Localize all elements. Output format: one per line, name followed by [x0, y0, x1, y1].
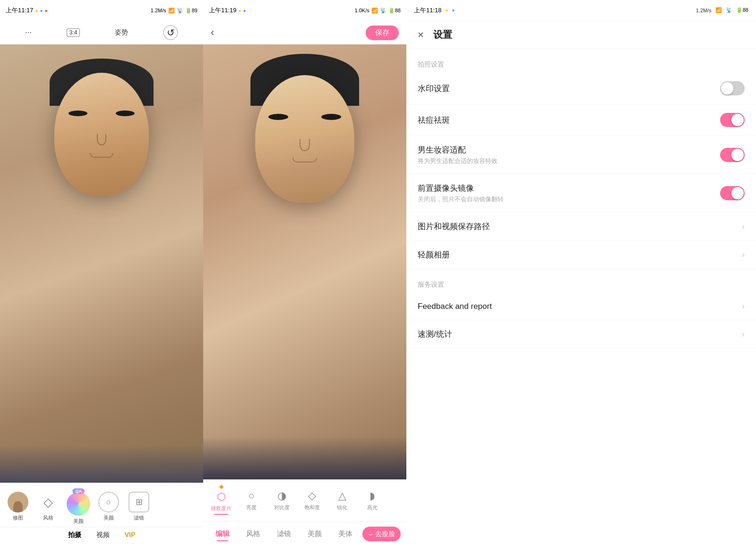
- rescue-icon: ⬡: [217, 491, 226, 503]
- settings-item-feedback[interactable]: Feedback and report ›: [406, 293, 756, 320]
- sharpen-tool[interactable]: △ 锐化: [328, 488, 356, 513]
- face-region-2: [255, 75, 354, 203]
- feedback-title: Feedback and report: [418, 302, 742, 311]
- settings-item-speedup[interactable]: 速测/统计 ›: [406, 320, 756, 349]
- signal-1: 📶: [168, 8, 175, 14]
- male-makeup-right: [720, 148, 745, 162]
- pose-button[interactable]: 姿势: [115, 28, 128, 37]
- edit-nav-tabs: 编辑 风格 滤镜 美颜 美体 ⌣ 去瘦脸: [203, 522, 406, 546]
- tab-photo[interactable]: 拍摄: [68, 531, 81, 539]
- toggle-knob-2: [731, 114, 744, 126]
- front-camera-toggle[interactable]: [720, 186, 745, 200]
- status-bar-2: 上午11:19 ● ● 1.0K/s 📶 📡 🔋88: [203, 0, 406, 21]
- beauty-tools: 修图 ◇ 风格 QA 美颜 ○ 美颜 ⊞ 滤镜: [0, 486, 203, 527]
- retouch-tool[interactable]: 修图: [5, 492, 31, 521]
- contrast-icon: ◑: [277, 490, 286, 502]
- tab-style[interactable]: 风格: [238, 527, 268, 541]
- settings-header: × 设置: [406, 21, 756, 49]
- slim-face-label: 去瘦脸: [375, 530, 395, 538]
- back-button[interactable]: ‹: [211, 26, 214, 39]
- tab-beauty[interactable]: 美颜: [299, 527, 330, 541]
- contrast-tool[interactable]: ◑ 对比度: [267, 488, 296, 513]
- edit-panel: 上午11:19 ● ● 1.0K/s 📶 📡 🔋88 ‹ 保存: [203, 0, 406, 546]
- camera-preview: [0, 44, 203, 483]
- face-photo-2: [203, 44, 406, 479]
- male-makeup-subtitle: 将为男生适配合适的妆容特效: [418, 157, 720, 165]
- beauty-tool-main[interactable]: QA 美颜: [65, 488, 92, 525]
- settings-item-blemish[interactable]: 祛痘祛斑: [406, 104, 756, 136]
- album-right: ›: [742, 250, 745, 260]
- chevron-right-icon: ›: [742, 222, 745, 231]
- highlight-tool[interactable]: ◗ 高光: [358, 488, 387, 513]
- settings-item-watermark[interactable]: 水印设置: [406, 73, 756, 104]
- saturation-icon: ◇: [308, 490, 316, 502]
- settings-item-save-path[interactable]: 图片和视频保存路径 ›: [406, 213, 756, 241]
- settings-item-front-camera[interactable]: 前置摄像头镜像 关闭后，照片不会自动镜像翻转: [406, 174, 756, 213]
- camera-toolbar: ⋯ 3:4 姿势 ↺: [0, 21, 203, 44]
- menu-icon: ⋯: [25, 29, 32, 36]
- watermark-title: 水印设置: [418, 83, 720, 94]
- slim-face-button[interactable]: ⌣ 去瘦脸: [362, 527, 401, 541]
- status-bar-1: 上午11:17 ● ● ● 1.2M/s 📶 📡 🔋89: [0, 0, 203, 21]
- male-makeup-toggle[interactable]: [720, 148, 745, 162]
- dot-blue: ●: [40, 8, 43, 13]
- watermark-toggle[interactable]: [720, 81, 745, 95]
- saturation-tool[interactable]: ◇ 饱和度: [298, 488, 326, 513]
- dot-yellow-2: ●: [239, 8, 241, 13]
- brightness-label: 亮度: [246, 504, 257, 511]
- menu-button[interactable]: ⋯: [25, 29, 32, 36]
- settings-item-album[interactable]: 轻颜相册 ›: [406, 241, 756, 269]
- highlight-icon: ◗: [369, 490, 375, 502]
- tab-video[interactable]: 视频: [96, 531, 110, 539]
- battery-3: 🔋88: [736, 7, 748, 13]
- filter-face-tool[interactable]: ○ 美颜: [95, 492, 122, 521]
- close-settings-button[interactable]: ×: [418, 29, 424, 41]
- dot-red: ●: [45, 8, 48, 13]
- wifi-2: 📡: [380, 8, 387, 14]
- speed-3: 1.2M/s: [696, 8, 712, 13]
- chevron-right-icon-3: ›: [742, 301, 745, 311]
- tab-filter[interactable]: 滤镜: [268, 527, 299, 541]
- brightness-tool[interactable]: ○ 亮度: [237, 488, 266, 513]
- edit-bottom: ◆ ⬡ 拯救废片 ○ 亮度 ◑ 对比度 ◇ 饱和度 △: [203, 479, 406, 546]
- signal-3: 📶: [715, 7, 722, 13]
- style-tool[interactable]: ◇ 风格: [35, 492, 61, 521]
- chevron-right-icon-2: ›: [742, 250, 745, 260]
- dot-blue-3: ●: [452, 8, 455, 13]
- wifi-3: 📡: [726, 7, 732, 13]
- highlight-label: 高光: [367, 504, 378, 511]
- active-indicator: [214, 514, 228, 515]
- lens-filter-label: 滤镜: [134, 514, 144, 521]
- retouch-label: 修图: [13, 514, 23, 521]
- settings-item-male-makeup[interactable]: 男生妆容适配 将为男生适配合适的妆容特效: [406, 136, 756, 174]
- lens-filter-icon: ⊞: [129, 492, 149, 512]
- front-camera-subtitle: 关闭后，照片不会自动镜像翻转: [418, 195, 720, 204]
- save-path-right: ›: [742, 222, 745, 231]
- tab-vip[interactable]: VIP: [125, 531, 136, 539]
- face-region-1: [54, 73, 149, 196]
- toggle-knob: [721, 82, 733, 94]
- wifi-1: 📡: [177, 8, 183, 14]
- time-1: 上午11:17: [6, 6, 34, 15]
- settings-content: 拍照设置 水印设置 祛痘祛斑: [406, 49, 756, 546]
- rotate-button[interactable]: ↺: [163, 25, 178, 40]
- lens-filter-tool[interactable]: ⊞ 滤镜: [126, 492, 152, 521]
- signal-2: 📶: [371, 8, 378, 14]
- blemish-toggle[interactable]: [720, 113, 745, 127]
- tab-edit[interactable]: 编辑: [207, 527, 238, 541]
- rotate-icon: ↺: [163, 25, 178, 40]
- bottom-tabs-1: 拍摄 视频 VIP: [0, 527, 203, 544]
- contrast-label: 对比度: [274, 504, 290, 511]
- camera-panel: 上午11:17 ● ● ● 1.2M/s 📶 📡 🔋89 ⋯ 3:4 姿势 ↺: [0, 0, 203, 546]
- front-camera-right: [720, 186, 745, 200]
- time-2: 上午11:19: [209, 6, 237, 15]
- save-button[interactable]: 保存: [366, 26, 399, 40]
- tab-body[interactable]: 美体: [330, 527, 361, 541]
- ratio-button[interactable]: 3:4: [67, 28, 80, 37]
- toggle-knob-3: [731, 149, 744, 161]
- battery-1: 🔋89: [185, 8, 198, 14]
- diamond-icon: ◆: [219, 483, 223, 490]
- section-label-service: 服务设置: [406, 269, 756, 293]
- watermark-right: [720, 81, 745, 95]
- rescue-tool[interactable]: ◆ ⬡ 拯救废片: [207, 484, 235, 517]
